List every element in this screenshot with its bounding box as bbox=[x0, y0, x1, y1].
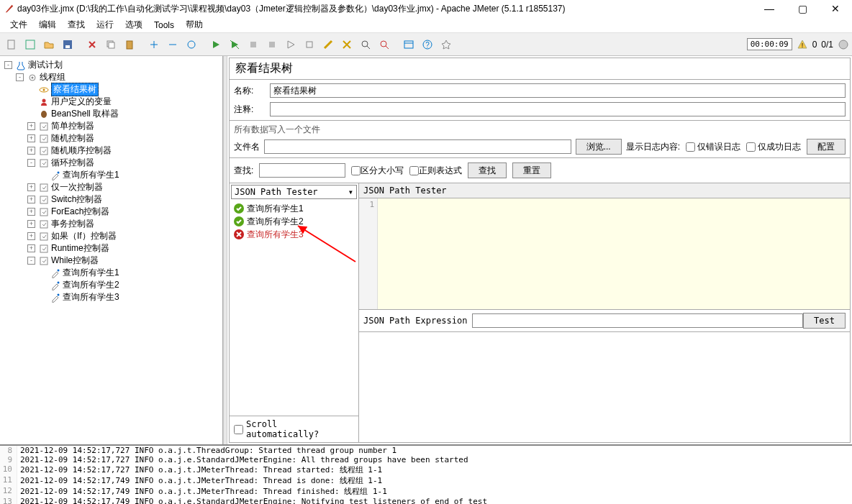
template-icon[interactable] bbox=[438, 36, 455, 53]
collapse-toggle-icon[interactable]: - bbox=[16, 73, 24, 81]
tree-node[interactable]: 查询所有学生1 bbox=[1, 267, 221, 279]
success-icon bbox=[234, 216, 244, 226]
menu-运行[interactable]: 运行 bbox=[91, 17, 119, 32]
tree-node[interactable]: +如果（If）控制器 bbox=[1, 230, 221, 242]
case-checkbox[interactable]: 区分大小写 bbox=[351, 165, 404, 177]
tree-node[interactable]: 用户定义的变量 bbox=[1, 96, 221, 108]
test-plan-tree[interactable]: -测试计划-线程组察看结果树用户定义的变量BeanShell 取样器+简单控制器… bbox=[0, 56, 223, 444]
expand-toggle-icon[interactable]: + bbox=[27, 122, 35, 130]
clear-all-icon[interactable] bbox=[338, 36, 355, 53]
tree-node[interactable]: -测试计划 bbox=[1, 59, 221, 71]
function-helper-icon[interactable] bbox=[400, 36, 417, 53]
save-icon[interactable] bbox=[59, 36, 76, 53]
errors-only-checkbox[interactable]: 仅错误日志 bbox=[686, 141, 740, 153]
result-list[interactable]: 查询所有学生1查询所有学生2查询所有学生3 bbox=[230, 201, 358, 416]
search-button[interactable]: 查找 bbox=[468, 162, 507, 178]
tree-node[interactable]: -While控制器 bbox=[1, 255, 221, 267]
configure-button[interactable]: 配置 bbox=[807, 139, 846, 155]
tree-node[interactable]: 查询所有学生3 bbox=[1, 291, 221, 303]
reset-search-icon[interactable] bbox=[376, 36, 393, 53]
close-button[interactable]: ✕ bbox=[819, 0, 852, 17]
console-line: 112021-12-09 14:52:17,749 INFO o.a.j.t.J… bbox=[0, 475, 852, 486]
tree-node[interactable]: +Runtime控制器 bbox=[1, 242, 221, 255]
copy-icon[interactable] bbox=[102, 36, 119, 53]
comment-input[interactable] bbox=[270, 102, 846, 116]
clear-icon[interactable] bbox=[320, 36, 337, 53]
menu-选项[interactable]: 选项 bbox=[119, 17, 148, 32]
expand-icon[interactable] bbox=[145, 36, 163, 53]
menu-查找[interactable]: 查找 bbox=[62, 17, 91, 32]
tree-label: 循环控制器 bbox=[51, 157, 94, 169]
collapse-icon[interactable] bbox=[164, 36, 181, 53]
result-item[interactable]: 查询所有学生3 bbox=[231, 228, 357, 241]
vertical-splitter[interactable] bbox=[223, 56, 227, 444]
maximize-button[interactable]: ▢ bbox=[786, 0, 819, 17]
collapse-toggle-icon[interactable]: - bbox=[4, 61, 12, 69]
tree-node[interactable]: +仅一次控制器 bbox=[1, 181, 221, 193]
json-path-expr-input[interactable] bbox=[472, 313, 804, 328]
expand-toggle-icon[interactable]: + bbox=[27, 196, 35, 203]
svg-rect-32 bbox=[40, 221, 47, 228]
tree-node[interactable]: +随机顺序控制器 bbox=[1, 145, 221, 157]
open-icon[interactable] bbox=[40, 36, 58, 53]
show-log-label: 显示日志内容: bbox=[626, 141, 680, 153]
name-input[interactable] bbox=[270, 83, 846, 98]
tree-node[interactable]: +随机控制器 bbox=[1, 132, 221, 145]
svg-rect-30 bbox=[40, 196, 47, 203]
collapse-toggle-icon[interactable]: - bbox=[27, 159, 35, 167]
tree-node[interactable]: 查询所有学生1 bbox=[1, 169, 221, 181]
minimize-button[interactable]: — bbox=[753, 0, 786, 17]
menu-编辑[interactable]: 编辑 bbox=[33, 17, 62, 32]
toggle-icon[interactable] bbox=[183, 36, 200, 53]
expand-toggle-icon[interactable]: + bbox=[27, 232, 35, 240]
expand-toggle-icon[interactable]: + bbox=[27, 134, 35, 142]
remote-stop-icon[interactable] bbox=[301, 36, 318, 53]
tree-node[interactable]: -线程组 bbox=[1, 71, 221, 83]
search-input[interactable] bbox=[259, 163, 345, 178]
reset-button[interactable]: 重置 bbox=[512, 162, 551, 178]
tree-node[interactable]: 查询所有学生2 bbox=[1, 279, 221, 291]
browse-button[interactable]: 浏览... bbox=[576, 139, 622, 155]
menu-帮助[interactable]: 帮助 bbox=[180, 17, 209, 32]
cut-icon[interactable] bbox=[83, 36, 101, 53]
tree-node[interactable]: 察看结果树 bbox=[1, 83, 221, 96]
help-icon[interactable]: ? bbox=[419, 36, 436, 53]
expand-toggle-icon[interactable]: + bbox=[27, 147, 35, 155]
menu-tools[interactable]: Tools bbox=[148, 19, 180, 32]
collapse-toggle-icon[interactable]: - bbox=[27, 257, 35, 265]
shutdown-icon[interactable] bbox=[263, 36, 281, 53]
result-item[interactable]: 查询所有学生1 bbox=[231, 202, 357, 215]
templates-icon[interactable] bbox=[22, 36, 39, 53]
json-code-area[interactable] bbox=[378, 198, 850, 309]
paste-icon[interactable] bbox=[121, 36, 138, 53]
ctrl-icon bbox=[39, 232, 49, 242]
expand-toggle-icon[interactable]: + bbox=[27, 220, 35, 228]
auto-scroll-checkbox[interactable]: Scroll automatically? bbox=[230, 416, 358, 442]
tree-node[interactable]: +事务控制器 bbox=[1, 218, 221, 230]
expand-toggle-icon[interactable]: + bbox=[27, 208, 35, 216]
tree-node[interactable]: +Switch控制器 bbox=[1, 193, 221, 206]
expand-toggle-icon[interactable]: + bbox=[27, 244, 35, 252]
search-icon[interactable] bbox=[357, 36, 374, 53]
stop-icon[interactable] bbox=[245, 36, 262, 53]
tree-node[interactable]: +ForEach控制器 bbox=[1, 206, 221, 218]
test-button[interactable]: Test bbox=[803, 313, 846, 329]
expand-toggle-icon[interactable]: + bbox=[27, 183, 35, 191]
render-dropdown[interactable]: JSON Path Tester ▾ bbox=[231, 185, 357, 199]
tree-node[interactable]: +简单控制器 bbox=[1, 120, 221, 132]
warning-icon[interactable]: ! bbox=[797, 39, 808, 50]
regex-checkbox[interactable]: 正则表达式 bbox=[409, 165, 462, 177]
remote-start-icon[interactable] bbox=[282, 36, 299, 53]
svg-rect-26 bbox=[40, 147, 47, 155]
start-no-timers-icon[interactable] bbox=[226, 36, 243, 53]
ctrl-icon bbox=[39, 146, 49, 156]
log-console[interactable]: 82021-12-09 14:52:17,727 INFO o.a.j.t.Th… bbox=[0, 444, 852, 504]
result-item[interactable]: 查询所有学生2 bbox=[231, 215, 357, 228]
tree-node[interactable]: BeanShell 取样器 bbox=[1, 108, 221, 120]
success-only-checkbox[interactable]: 仅成功日志 bbox=[746, 141, 801, 153]
new-file-icon[interactable] bbox=[3, 36, 20, 53]
filename-input[interactable] bbox=[264, 139, 571, 154]
tree-node[interactable]: -循环控制器 bbox=[1, 157, 221, 169]
start-icon[interactable] bbox=[207, 36, 225, 53]
menu-文件[interactable]: 文件 bbox=[4, 17, 33, 32]
